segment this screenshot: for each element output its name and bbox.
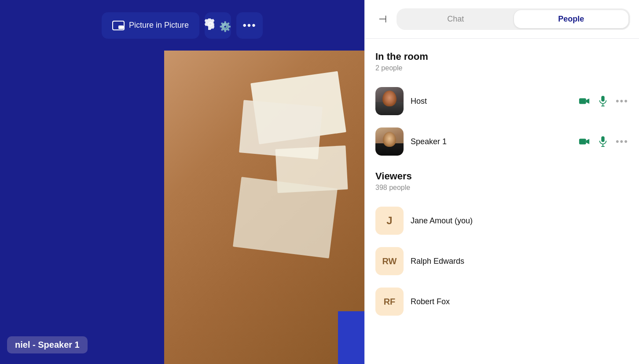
in-room-title: In the room — [375, 51, 628, 62]
speaker1-row: Speaker 1 ••• — [375, 123, 628, 160]
host-avatar — [375, 87, 404, 115]
speaker1-more-icon[interactable]: ••• — [616, 136, 628, 147]
host-more-icon[interactable]: ••• — [616, 95, 628, 107]
paper-notes — [265, 59, 356, 310]
jane-name: Jane Amout (you) — [411, 216, 628, 226]
ralph-name: Ralph Edwards — [411, 257, 628, 266]
in-room-count: 2 people — [375, 64, 628, 72]
jane-initials: J — [386, 215, 392, 227]
robert-row: RF Robert Fox — [375, 283, 628, 320]
speaker1-mic-icon[interactable] — [597, 136, 609, 147]
blue-corner-decoration — [338, 311, 364, 364]
section-divider-1 — [375, 160, 628, 171]
right-panel: ⊣ Chat People In the room 2 people Host — [364, 0, 639, 364]
host-row: Host ••• — [375, 83, 628, 120]
jane-row: J Jane Amout (you) — [375, 202, 628, 239]
tab-group: Chat People — [397, 8, 630, 30]
note-4 — [233, 177, 338, 258]
host-name: Host — [411, 97, 572, 106]
video-panel: Picture in Picture ⚙️ ••• — [0, 0, 364, 364]
ralph-initials: RW — [382, 256, 397, 266]
robert-avatar: RF — [375, 288, 404, 316]
more-dots-icon: ••• — [242, 19, 256, 32]
video-toolbar: Picture in Picture ⚙️ ••• — [0, 0, 364, 51]
video-content: niel - Speaker 1 — [0, 51, 364, 364]
pip-label: Picture in Picture — [129, 21, 189, 30]
svg-rect-6 — [579, 139, 586, 145]
svg-rect-2 — [579, 98, 586, 104]
speaker1-camera-icon[interactable] — [579, 136, 590, 147]
tab-chat[interactable]: Chat — [398, 10, 513, 28]
collapse-icon: ⊣ — [378, 14, 387, 25]
collapse-button[interactable]: ⊣ — [374, 11, 391, 28]
speaker1-avatar — [375, 127, 404, 156]
pip-icon — [112, 21, 125, 30]
speaker1-controls: ••• — [579, 136, 628, 147]
pip-button[interactable]: Picture in Picture — [102, 12, 199, 39]
panel-header: ⊣ Chat People — [365, 0, 639, 39]
svg-rect-7 — [601, 136, 604, 142]
host-camera-icon[interactable] — [579, 95, 590, 107]
robert-name: Robert Fox — [411, 297, 628, 306]
robert-initials: RF — [384, 297, 396, 307]
host-mic-icon[interactable] — [597, 95, 609, 107]
host-controls: ••• — [579, 95, 628, 107]
jane-avatar: J — [375, 207, 404, 235]
svg-rect-3 — [601, 96, 604, 102]
ralph-row: RW Ralph Edwards — [375, 243, 628, 280]
tab-people[interactable]: People — [514, 10, 629, 28]
panel-content: In the room 2 people Host — [365, 39, 639, 364]
viewers-count: 398 people — [375, 184, 628, 192]
svg-rect-1 — [118, 25, 124, 29]
settings-button[interactable]: ⚙️ — [205, 12, 231, 39]
viewers-title: Viewers — [375, 171, 628, 182]
people-tab-label: People — [558, 15, 584, 23]
more-options-button[interactable]: ••• — [236, 12, 263, 39]
speaker-label: niel - Speaker 1 — [7, 336, 88, 353]
chat-tab-label: Chat — [447, 15, 464, 23]
speaker1-name: Speaker 1 — [411, 137, 572, 146]
ralph-avatar: RW — [375, 247, 404, 275]
corkboard-bg — [164, 51, 364, 364]
gear-icon: ⚙️ — [205, 18, 231, 33]
